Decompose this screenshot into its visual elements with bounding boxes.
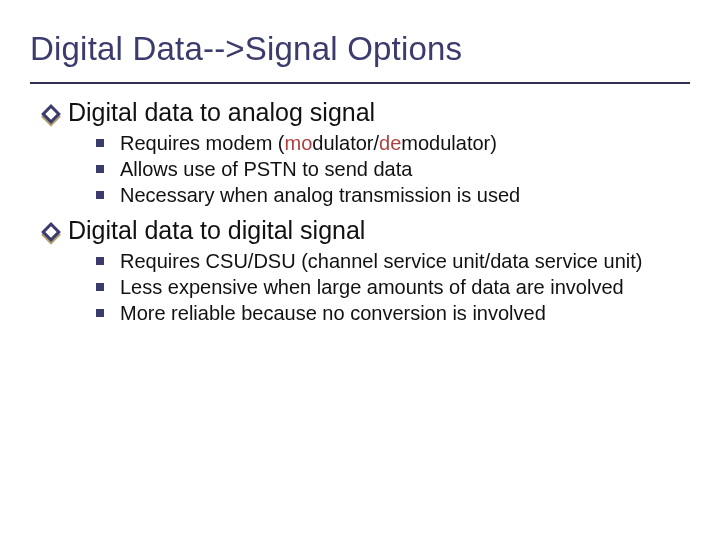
text-fragment: dulator) <box>429 132 497 154</box>
sublist: Requires CSU/DSU (channel service unit/d… <box>96 249 676 326</box>
section-heading: Digital data to analog signal <box>68 98 375 127</box>
square-bullet-icon <box>96 139 104 147</box>
diamond-bullet-icon <box>41 222 61 242</box>
text-accent: mo <box>285 132 313 154</box>
list-item: Necessary when analog transmission is us… <box>120 183 520 208</box>
text-fragment: mo <box>401 132 429 154</box>
list-item: Requires modem (modulator/demodulator) <box>120 131 497 156</box>
square-bullet-icon <box>96 309 104 317</box>
list-item: Allows use of PSTN to send data <box>120 157 412 182</box>
bullet-level2: Requires modem (modulator/demodulator) <box>96 131 676 156</box>
bullet-level2: Allows use of PSTN to send data <box>96 157 676 182</box>
bullet-level1: Digital data to digital signal <box>44 216 676 245</box>
diamond-bullet-icon <box>41 104 61 124</box>
slide: Digital Data-->Signal Options Digital da… <box>0 0 720 540</box>
text-fragment: dulator/ <box>312 132 379 154</box>
bullet-level2: Less expensive when large amounts of dat… <box>96 275 676 300</box>
slide-title: Digital Data-->Signal Options <box>30 30 690 68</box>
bullet-level2: More reliable because no conversion is i… <box>96 301 676 326</box>
text-accent: de <box>379 132 401 154</box>
bullet-level1: Digital data to analog signal <box>44 98 676 127</box>
section-heading: Digital data to digital signal <box>68 216 365 245</box>
title-underline <box>30 82 690 84</box>
bullet-level2: Necessary when analog transmission is us… <box>96 183 676 208</box>
content-area: Digital data to analog signal Requires m… <box>0 98 720 326</box>
square-bullet-icon <box>96 283 104 291</box>
list-item: Less expensive when large amounts of dat… <box>120 275 624 300</box>
list-item: Requires CSU/DSU (channel service unit/d… <box>120 249 642 274</box>
square-bullet-icon <box>96 257 104 265</box>
bullet-level2: Requires CSU/DSU (channel service unit/d… <box>96 249 676 274</box>
text-fragment: Requires modem ( <box>120 132 285 154</box>
square-bullet-icon <box>96 165 104 173</box>
title-block: Digital Data-->Signal Options <box>0 0 720 76</box>
square-bullet-icon <box>96 191 104 199</box>
sublist: Requires modem (modulator/demodulator) A… <box>96 131 676 208</box>
list-item: More reliable because no conversion is i… <box>120 301 546 326</box>
